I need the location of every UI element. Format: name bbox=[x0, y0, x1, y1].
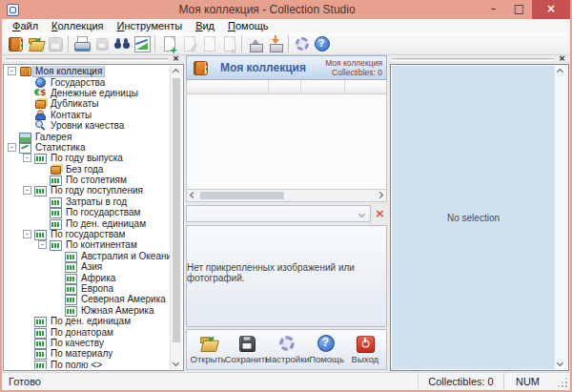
tree-item-statistics[interactable]: - Статистика bbox=[5, 142, 170, 153]
toolbar-open-button[interactable] bbox=[25, 33, 45, 54]
tree-scrollbar-thumb[interactable] bbox=[173, 78, 180, 342]
tree-expand-toggle[interactable]: - bbox=[23, 154, 31, 162]
tree-item-duplicates[interactable]: Дубликаты bbox=[5, 98, 170, 109]
tree-item-europe[interactable]: Европа bbox=[5, 283, 170, 294]
settings-button[interactable]: Настройки bbox=[267, 335, 307, 364]
toolbar-separator bbox=[154, 35, 155, 52]
column-header[interactable] bbox=[187, 80, 269, 94]
menu-item-file[interactable]: Файл bbox=[6, 20, 45, 31]
toolbar-help-button[interactable] bbox=[312, 33, 332, 54]
bar-icon bbox=[65, 273, 77, 283]
tree-panel-gripper[interactable]: × bbox=[3, 55, 184, 64]
books-icon bbox=[34, 98, 47, 109]
tree-item-south-america[interactable]: Южная Америка bbox=[5, 305, 170, 316]
tree-panel-close-icon[interactable]: × bbox=[171, 53, 181, 64]
tree-item-contacts[interactable]: Контакты bbox=[5, 110, 170, 120]
column-header[interactable] bbox=[269, 80, 301, 94]
tree-item-australia-oceania[interactable]: Австралия и Океания bbox=[5, 251, 170, 261]
tree-item-by-states[interactable]: - По государствам bbox=[5, 229, 170, 239]
tree-expand-toggle[interactable]: - bbox=[8, 143, 16, 152]
books-icon bbox=[50, 164, 62, 175]
menu-item-collection[interactable]: Коллекция bbox=[45, 20, 110, 31]
preview-scrollbar[interactable] bbox=[555, 66, 567, 369]
preview-panel-gripper[interactable]: × bbox=[389, 55, 570, 64]
table-body[interactable] bbox=[186, 94, 387, 190]
toolbar-print-button[interactable] bbox=[72, 33, 92, 54]
minimize-button[interactable]: – bbox=[480, 0, 506, 19]
tree-item-label: Моя коллекция bbox=[33, 66, 104, 76]
tree-item-no-year[interactable]: Без года bbox=[5, 164, 170, 175]
hscrollbar-thumb[interactable] bbox=[200, 192, 284, 199]
tree-item-by-material[interactable]: По материалу bbox=[5, 348, 170, 359]
menu-item-view[interactable]: Вид bbox=[189, 20, 221, 31]
toolbar-statistics-button[interactable] bbox=[132, 33, 152, 54]
resize-grip[interactable] bbox=[551, 373, 570, 390]
scroll-up-icon[interactable] bbox=[557, 69, 563, 75]
tree-scrollbar[interactable] bbox=[170, 66, 182, 369]
table-horizontal-scrollbar[interactable] bbox=[186, 190, 387, 202]
toolbar-separator bbox=[68, 35, 69, 52]
column-header[interactable] bbox=[301, 80, 345, 94]
tree-item-label: По континентам bbox=[64, 239, 139, 250]
scroll-down-icon[interactable] bbox=[557, 360, 563, 366]
toolbar-collection-button[interactable] bbox=[5, 33, 25, 54]
open-button[interactable]: Открыть bbox=[189, 335, 227, 364]
tree-item-by-quality[interactable]: По качеству bbox=[5, 338, 170, 348]
stats-icon bbox=[19, 142, 31, 153]
tree-item-north-america[interactable]: Северная Америка bbox=[5, 294, 170, 304]
maximize-button[interactable]: □ bbox=[506, 0, 532, 19]
tree-item-by-continents[interactable]: - По континентам bbox=[5, 239, 170, 250]
tree-panel: × - Моя коллекция Государства Денежные е… bbox=[3, 55, 184, 372]
page-delete-icon bbox=[220, 35, 237, 52]
tree-item-by-currencies[interactable]: По ден. единицам bbox=[5, 316, 170, 326]
tree-item-by-issue-year[interactable]: - По году выпуска bbox=[5, 153, 170, 163]
tree-item-label: Государства bbox=[49, 77, 107, 88]
scroll-down-icon[interactable] bbox=[173, 360, 179, 366]
menu-item-help[interactable]: Помощь bbox=[221, 20, 276, 31]
toolbar-save-button bbox=[45, 33, 65, 54]
toolbar-new-item-button[interactable] bbox=[158, 33, 178, 54]
tree-item-label: По качеству bbox=[49, 338, 106, 348]
tree-item-africa[interactable]: Африка bbox=[5, 272, 170, 282]
tree-item-by-field[interactable]: По полю <> bbox=[5, 360, 170, 369]
exit-button[interactable]: Выход bbox=[346, 335, 384, 364]
table-header bbox=[186, 80, 387, 94]
menu-item-tools[interactable]: Инструменты bbox=[111, 20, 190, 31]
scroll-right-icon[interactable] bbox=[377, 192, 383, 198]
tree-item-costs-per-year[interactable]: Затраты в год bbox=[5, 196, 170, 207]
tree-item-label: Контакты bbox=[49, 110, 93, 120]
tree-item-by-century[interactable]: По столетиям bbox=[5, 175, 170, 185]
preview-panel-close-icon[interactable]: × bbox=[557, 53, 567, 64]
scroll-up-icon[interactable] bbox=[173, 69, 179, 75]
tree-expand-toggle[interactable]: - bbox=[23, 230, 31, 238]
column-header[interactable] bbox=[345, 80, 387, 94]
tree-expand-toggle[interactable]: - bbox=[8, 67, 16, 75]
tree-item-asia[interactable]: Азия bbox=[5, 261, 170, 272]
filter-combobox[interactable] bbox=[186, 205, 371, 222]
toolbar-import-button[interactable] bbox=[265, 33, 285, 54]
image-preview-area: Нет прикрепленных изображений или фотогр… bbox=[186, 225, 387, 327]
tree-expand-toggle[interactable]: - bbox=[38, 240, 47, 249]
toolbar-export-button[interactable] bbox=[245, 33, 265, 54]
tree-expand-toggle[interactable]: - bbox=[23, 186, 31, 195]
tree-item-income-by-currency[interactable]: По ден. единицам bbox=[5, 217, 170, 228]
preview-body: No selection bbox=[390, 64, 569, 371]
toolbar-search-button[interactable] bbox=[112, 33, 132, 54]
clear-filter-button[interactable]: × bbox=[373, 206, 387, 221]
tree-item-by-donators[interactable]: По донаторам bbox=[5, 326, 170, 337]
main-area: × - Моя коллекция Государства Денежные е… bbox=[2, 55, 570, 372]
tree-item-states[interactable]: Государства bbox=[5, 76, 170, 87]
tree-item-my-collection[interactable]: - Моя коллекция bbox=[5, 66, 170, 76]
tree-item-currencies[interactable]: Денежные единицы bbox=[5, 88, 170, 98]
tree-item-income-by-state[interactable]: По государствам bbox=[5, 207, 170, 217]
tree-item-by-income-year[interactable]: - По году поступления bbox=[5, 185, 170, 196]
scroll-left-icon[interactable] bbox=[190, 192, 196, 198]
help-button[interactable]: Помощь bbox=[307, 335, 345, 364]
tree-item-gallery[interactable]: Галерея bbox=[5, 131, 170, 141]
window-title: Моя коллекция - Collection Studio bbox=[59, 3, 475, 16]
toolbar-settings-button[interactable] bbox=[292, 33, 312, 54]
box-import-icon bbox=[267, 35, 284, 52]
close-button[interactable]: × bbox=[532, 0, 570, 19]
tree-item-quality-levels[interactable]: Уровни качества bbox=[5, 120, 170, 131]
save-button[interactable]: Сохранить bbox=[227, 335, 267, 364]
